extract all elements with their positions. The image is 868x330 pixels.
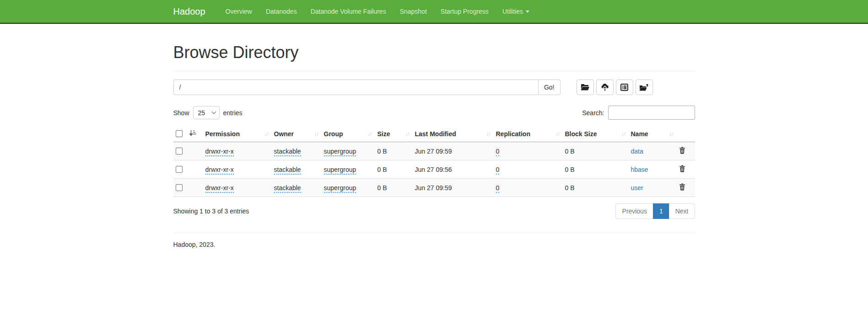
column-header-permission[interactable]: Permission	[205, 130, 240, 138]
table-controls: Show 25 entries Search:	[173, 106, 695, 120]
sort-active-icon[interactable]	[189, 130, 196, 138]
pagination-page-1[interactable]: 1	[653, 203, 669, 219]
page-title: Browse Directory	[173, 43, 695, 62]
column-header-owner[interactable]: Owner	[274, 130, 294, 138]
directory-table: Permission ↓↑ Owner ↓↑ Group ↓↑ Size ↓↑ …	[173, 126, 695, 197]
row-checkbox[interactable]	[176, 148, 183, 154]
caret-down-icon	[526, 11, 529, 13]
permission-value[interactable]: drwxr-xr-x	[205, 184, 234, 193]
directory-table-body: drwxr-xr-x stackable supergroup 0 B Jun …	[173, 142, 695, 197]
page-header: Browse Directory	[173, 43, 695, 62]
nav-item-startup-progress[interactable]: Startup Progress	[434, 1, 496, 22]
last-modified-value: Jun 27 09:59	[415, 148, 452, 155]
nav-item-overview[interactable]: Overview	[219, 1, 259, 22]
owner-value[interactable]: stackable	[274, 148, 301, 156]
cloud-upload-icon	[600, 84, 609, 91]
replication-value[interactable]: 0	[496, 148, 500, 156]
entries-summary: Showing 1 to 3 of 3 entries	[173, 208, 249, 215]
sort-icon[interactable]: ↓↑	[555, 130, 560, 137]
pagination-next[interactable]: Next	[669, 203, 695, 219]
page-size-select-wrap: 25	[193, 106, 220, 119]
sort-icon[interactable]: ↓↑	[314, 130, 318, 137]
select-all-checkbox[interactable]	[176, 130, 183, 137]
open-folder-button[interactable]	[577, 80, 594, 95]
sort-icon[interactable]: ↓↑	[669, 130, 674, 137]
replication-value[interactable]: 0	[496, 166, 500, 175]
footer-text: Hadoop, 2023.	[173, 241, 695, 248]
header-divider	[173, 71, 695, 71]
search-control: Search:	[582, 106, 695, 120]
show-entries-control: Show 25 entries	[173, 106, 243, 119]
table-row: drwxr-xr-x stackable supergroup 0 B Jun …	[173, 179, 695, 197]
row-checkbox[interactable]	[176, 166, 183, 173]
column-header-name[interactable]: Name	[631, 130, 648, 138]
list-alt-icon	[620, 84, 628, 91]
search-label: Search:	[582, 109, 604, 117]
nav-item-utilities-label: Utilities	[502, 8, 523, 15]
block-size-value: 0 B	[565, 166, 575, 173]
footer-divider	[173, 233, 695, 233]
pagination-previous[interactable]: Previous	[615, 203, 653, 219]
folder-open-icon	[581, 84, 590, 91]
replication-value[interactable]: 0	[496, 184, 500, 193]
permission-value[interactable]: drwxr-xr-x	[205, 148, 234, 156]
group-value[interactable]: supergroup	[324, 148, 356, 156]
trash-icon[interactable]	[679, 183, 685, 192]
group-value[interactable]: supergroup	[324, 166, 356, 175]
nav-item-datanodes[interactable]: Datanodes	[259, 1, 304, 22]
entries-label: entries	[223, 109, 243, 117]
block-size-value: 0 B	[565, 184, 575, 192]
last-modified-value: Jun 27 09:59	[415, 184, 452, 192]
table-header-row: Permission ↓↑ Owner ↓↑ Group ↓↑ Size ↓↑ …	[173, 126, 695, 142]
column-header-replication[interactable]: Replication	[496, 130, 530, 138]
show-label: Show	[173, 109, 189, 117]
trash-icon[interactable]	[679, 165, 685, 174]
table-row: drwxr-xr-x stackable supergroup 0 B Jun …	[173, 142, 695, 160]
sort-icon[interactable]: ↓↑	[368, 130, 372, 137]
sort-icon[interactable]: ↓↑	[264, 130, 269, 137]
page-size-select[interactable]: 25	[193, 106, 220, 119]
sort-icon[interactable]: ↓↑	[405, 130, 410, 137]
table-footer: Showing 1 to 3 of 3 entries Previous 1 N…	[173, 203, 695, 219]
nav-item-snapshot[interactable]: Snapshot	[393, 1, 434, 22]
column-header-size[interactable]: Size	[377, 130, 390, 138]
row-checkbox[interactable]	[176, 184, 183, 191]
directory-link[interactable]: data	[631, 148, 643, 155]
file-list-button[interactable]	[616, 80, 633, 95]
block-size-value: 0 B	[565, 148, 575, 155]
nav-item-datanode-volume-failures[interactable]: Datanode Volume Failures	[304, 1, 393, 22]
sort-icon[interactable]: ↓↑	[486, 130, 491, 137]
top-navbar: Hadoop Overview Datanodes Datanode Volum…	[0, 0, 868, 24]
group-value[interactable]: supergroup	[324, 184, 356, 193]
directory-link[interactable]: hbase	[631, 166, 648, 173]
column-header-group[interactable]: Group	[324, 130, 343, 138]
toolbar: Go!	[173, 80, 695, 95]
nav-item-utilities-dropdown[interactable]: Utilities	[496, 1, 536, 22]
last-modified-value: Jun 27 09:56	[415, 166, 452, 173]
size-value: 0 B	[377, 166, 387, 173]
size-value: 0 B	[377, 148, 387, 155]
column-header-last-modified[interactable]: Last Modified	[415, 130, 456, 138]
file-action-buttons	[577, 80, 653, 95]
upload-file-button[interactable]	[596, 80, 614, 95]
new-folder-icon	[639, 84, 649, 91]
path-input-group: Go!	[173, 80, 561, 95]
trash-icon[interactable]	[679, 147, 685, 155]
owner-value[interactable]: stackable	[274, 184, 301, 193]
create-directory-button[interactable]	[636, 80, 653, 95]
directory-path-input[interactable]	[173, 80, 539, 95]
size-value: 0 B	[377, 184, 387, 192]
brand-link[interactable]: Hadoop	[173, 0, 212, 24]
table-row: drwxr-xr-x stackable supergroup 0 B Jun …	[173, 160, 695, 179]
permission-value[interactable]: drwxr-xr-x	[205, 166, 234, 175]
owner-value[interactable]: stackable	[274, 166, 301, 175]
pagination: Previous 1 Next	[615, 203, 695, 219]
go-button[interactable]: Go!	[538, 80, 561, 95]
column-header-block-size[interactable]: Block Size	[565, 130, 597, 138]
search-input[interactable]	[608, 106, 695, 120]
directory-link[interactable]: user	[631, 184, 643, 192]
sort-icon[interactable]: ↓↑	[621, 130, 625, 137]
